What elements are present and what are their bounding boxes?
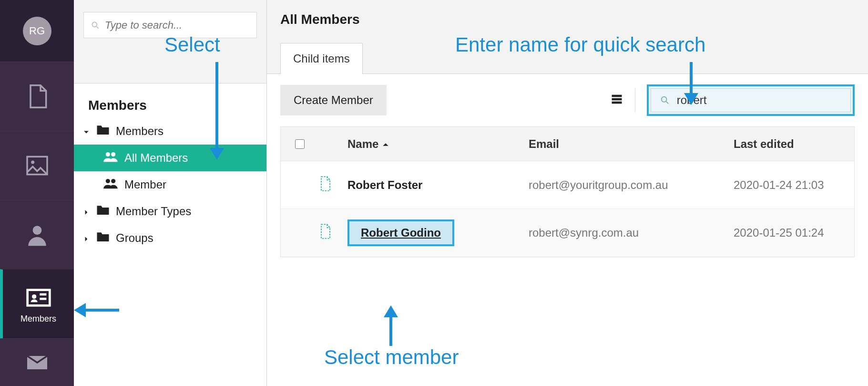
tree-node-member[interactable]: Member bbox=[74, 171, 266, 198]
chevron-right-icon bbox=[83, 231, 90, 245]
folder-icon bbox=[96, 230, 110, 246]
svg-point-12 bbox=[106, 179, 110, 183]
tree-header bbox=[74, 0, 266, 83]
main-header: All Members Child items bbox=[267, 0, 868, 74]
tree-panel: Members Members All Members Member Membe… bbox=[74, 0, 267, 386]
tree-node-label: Members bbox=[116, 125, 163, 138]
chevron-down-icon bbox=[83, 125, 90, 138]
mail-icon bbox=[24, 349, 51, 376]
global-search-input[interactable] bbox=[105, 19, 250, 31]
select-all-checkbox[interactable] bbox=[295, 139, 305, 149]
tree-node-members-root[interactable]: Members bbox=[74, 118, 266, 145]
member-last-edited: 2020-01-25 01:24 bbox=[734, 226, 854, 240]
svg-rect-14 bbox=[612, 95, 622, 97]
column-header-email[interactable]: Email bbox=[529, 137, 734, 151]
user-icon bbox=[24, 221, 51, 248]
svg-point-13 bbox=[111, 179, 115, 183]
id-card-icon bbox=[25, 284, 52, 311]
people-icon bbox=[102, 177, 119, 192]
rail-item-users[interactable] bbox=[0, 200, 74, 269]
member-search-input[interactable] bbox=[677, 94, 842, 107]
tree-node-groups[interactable]: Groups bbox=[74, 225, 266, 251]
table-row[interactable]: Robert Foster robert@youritgroup.com.au … bbox=[281, 161, 854, 209]
file-icon bbox=[319, 176, 347, 195]
svg-point-4 bbox=[32, 294, 36, 299]
svg-point-17 bbox=[662, 97, 667, 102]
member-search-highlight bbox=[647, 84, 855, 116]
table-row[interactable]: Robert Godino robert@synrg.com.au 2020-0… bbox=[281, 209, 854, 257]
member-name: Robert Foster bbox=[347, 178, 529, 192]
tree-node-label: Member Types bbox=[116, 205, 191, 218]
image-icon bbox=[24, 152, 51, 179]
page-title: All Members bbox=[280, 12, 868, 27]
tab-child-items[interactable]: Child items bbox=[280, 43, 363, 74]
document-icon bbox=[24, 83, 51, 110]
search-icon bbox=[91, 20, 100, 31]
tree-node-all-members[interactable]: All Members bbox=[74, 145, 266, 171]
rail-item-content[interactable] bbox=[0, 62, 74, 131]
list-icon bbox=[610, 93, 623, 106]
svg-point-10 bbox=[106, 152, 110, 156]
member-last-edited: 2020-01-24 21:03 bbox=[734, 178, 854, 192]
member-name-highlight[interactable]: Robert Godino bbox=[347, 219, 454, 246]
member-email: robert@synrg.com.au bbox=[529, 226, 734, 240]
svg-point-8 bbox=[92, 22, 97, 27]
rail-top: RG bbox=[0, 0, 74, 62]
nav-rail: RG Members bbox=[0, 0, 74, 386]
global-search[interactable] bbox=[83, 12, 257, 38]
chevron-right-icon bbox=[83, 205, 90, 218]
tree-heading: Members bbox=[74, 83, 266, 118]
member-email: robert@youritgroup.com.au bbox=[529, 178, 734, 192]
file-icon bbox=[319, 223, 347, 242]
column-header-name[interactable]: Name bbox=[347, 137, 529, 151]
svg-line-9 bbox=[97, 26, 99, 28]
svg-rect-15 bbox=[612, 98, 622, 101]
rail-item-label: Members bbox=[20, 314, 56, 324]
svg-point-1 bbox=[31, 161, 34, 164]
column-header-last-edited[interactable]: Last edited bbox=[734, 137, 854, 151]
tree-node-label: Member bbox=[124, 178, 166, 191]
people-icon bbox=[102, 151, 119, 165]
folder-icon bbox=[96, 204, 110, 219]
search-icon bbox=[660, 94, 670, 106]
member-search[interactable] bbox=[651, 88, 851, 112]
rail-item-mail[interactable] bbox=[0, 338, 74, 386]
rail-item-media[interactable] bbox=[0, 131, 74, 200]
folder-icon bbox=[96, 124, 110, 139]
column-label: Name bbox=[347, 137, 378, 151]
sort-asc-icon bbox=[382, 137, 389, 151]
svg-point-2 bbox=[32, 226, 41, 235]
list-view-toggle[interactable] bbox=[610, 93, 623, 108]
avatar[interactable]: RG bbox=[23, 17, 51, 45]
create-member-button[interactable]: Create Member bbox=[280, 85, 387, 115]
toolbar: Create Member bbox=[267, 74, 868, 126]
tree-node-member-types[interactable]: Member Types bbox=[74, 198, 266, 225]
svg-line-18 bbox=[666, 102, 669, 104]
rail-item-members[interactable]: Members bbox=[0, 269, 74, 338]
members-table: Name Email Last edited Robert Foster rob… bbox=[280, 126, 855, 257]
svg-point-11 bbox=[111, 152, 115, 156]
tree-node-label: All Members bbox=[124, 151, 188, 165]
table-header: Name Email Last edited bbox=[281, 127, 854, 161]
tree-node-label: Groups bbox=[116, 231, 153, 245]
tabs: Child items bbox=[280, 42, 868, 73]
svg-rect-16 bbox=[612, 102, 622, 104]
member-name: Robert Godino bbox=[347, 219, 529, 246]
main-content: All Members Child items Create Member Na… bbox=[267, 0, 868, 386]
